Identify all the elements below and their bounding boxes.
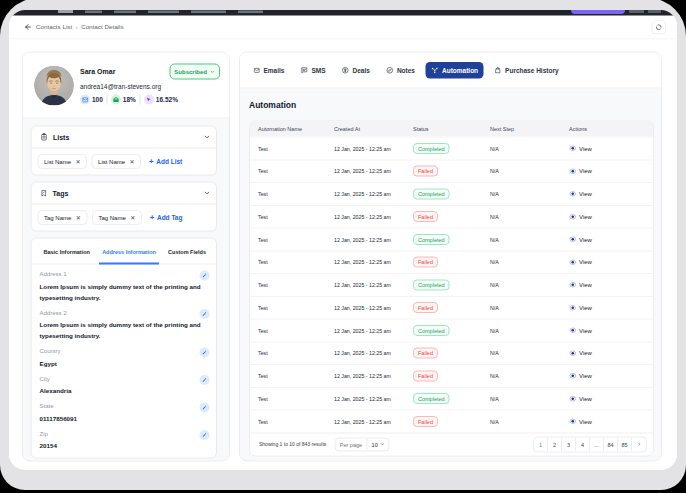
device-mockup: Contacts List › Contact Details <box>0 0 686 493</box>
cell-created-at: 12 Jan, 2025 - 12:25 am <box>334 373 413 379</box>
navbar-menu-item[interactable] <box>191 11 226 14</box>
info-field: State 01117856091 <box>32 397 217 425</box>
navbar-accent-button[interactable] <box>571 10 625 14</box>
tab-basic-information[interactable]: Basic Information <box>41 239 93 265</box>
cell-created-at: 12 Jan, 2025 - 12:25 am <box>334 350 413 356</box>
cell-created-at: 12 Jan, 2025 - 12:25 am <box>334 418 413 424</box>
lists-chip[interactable]: List Name✕ <box>38 154 88 169</box>
edit-field-button[interactable] <box>200 348 210 358</box>
chevron-down-icon <box>210 69 216 75</box>
navbar-menu-item[interactable] <box>85 11 102 14</box>
pencil-icon <box>202 405 207 410</box>
edit-field-button[interactable] <box>200 403 210 413</box>
remove-chip-icon[interactable]: ✕ <box>130 159 135 165</box>
chevron-down-icon[interactable] <box>204 190 211 197</box>
tab-notes[interactable]: Notes <box>380 62 420 79</box>
navbar-menu-item[interactable] <box>148 11 179 14</box>
cell-next-step: N/A <box>490 214 569 220</box>
edit-field-button[interactable] <box>200 375 210 385</box>
stat-divider <box>139 95 140 105</box>
tab-purchase-history[interactable]: Purchase History <box>489 62 564 79</box>
navbar-user[interactable] <box>629 10 661 13</box>
view-button[interactable]: View <box>569 190 653 198</box>
page-button-85[interactable]: 85 <box>618 437 632 451</box>
tab-sms[interactable]: SMS <box>295 62 331 79</box>
add-tag-button[interactable]: +Add Tag <box>150 213 183 222</box>
refresh-icon <box>655 23 663 31</box>
lists-header[interactable]: Lists <box>32 127 217 149</box>
view-button[interactable]: View <box>569 145 653 153</box>
page-button-4[interactable]: 4 <box>576 437 590 451</box>
view-button[interactable]: View <box>569 258 653 266</box>
back-button[interactable] <box>24 23 32 31</box>
view-label: View <box>579 304 592 311</box>
breadcrumb-contact-details: Contact Details <box>81 24 123 31</box>
view-button[interactable]: View <box>569 349 653 357</box>
page-button-84[interactable]: 84 <box>604 437 618 451</box>
navbar-menu-item[interactable] <box>238 11 263 14</box>
profile-card: Sara Omar andrea14@tran-stevens.org 1001… <box>23 53 229 119</box>
view-button[interactable]: View <box>569 213 653 221</box>
edit-field-button[interactable] <box>200 271 210 281</box>
subscription-status-button[interactable]: Subscribed <box>169 64 220 80</box>
page-button-2[interactable]: 2 <box>548 437 562 451</box>
cell-automation-name: Test <box>258 305 334 311</box>
information-fields: Address 1 Lorem Ipsum is simply dummy te… <box>32 265 217 456</box>
tab-custom-fields[interactable]: Custom Fields <box>165 239 209 265</box>
notes-icon <box>386 66 394 74</box>
tags-chip[interactable]: Tag Name✕ <box>38 210 88 225</box>
view-button[interactable]: View <box>569 327 653 335</box>
avatar-photo <box>34 66 74 106</box>
chevron-down-icon[interactable] <box>204 134 211 141</box>
view-button[interactable]: View <box>569 304 653 312</box>
cell-next-step: N/A <box>490 373 569 379</box>
edit-field-button[interactable] <box>200 309 210 319</box>
tags-chip[interactable]: Tag Name✕ <box>92 210 142 225</box>
table-footer: Showing 1 to 10 of 843 results Per page … <box>250 432 653 455</box>
tab-deals[interactable]: Deals <box>336 62 375 79</box>
breadcrumb-contacts-list[interactable]: Contacts List <box>36 24 72 31</box>
eye-icon <box>569 190 577 198</box>
eye-icon <box>569 145 577 153</box>
field-label: State <box>40 403 204 410</box>
cell-next-step: N/A <box>490 282 569 288</box>
information-card: Basic InformationAddress InformationCust… <box>31 238 218 459</box>
subscription-status-label: Subscribed <box>174 68 207 75</box>
remove-chip-icon[interactable]: ✕ <box>76 159 81 165</box>
refresh-button[interactable] <box>652 20 667 35</box>
column-header: Automation Name <box>258 126 334 132</box>
navbar-menu-item[interactable] <box>114 11 136 14</box>
pencil-icon <box>202 433 207 438</box>
cell-actions: View <box>569 327 653 335</box>
view-button[interactable]: View <box>569 395 653 403</box>
eye-icon <box>569 395 577 403</box>
cell-status: Failed <box>413 416 490 427</box>
tab-emails[interactable]: Emails <box>248 62 290 79</box>
edit-field-button[interactable] <box>200 430 210 440</box>
cell-automation-name: Test <box>258 191 334 197</box>
remove-chip-icon[interactable]: ✕ <box>76 215 81 221</box>
app-screen: Contacts List › Contact Details <box>9 10 677 470</box>
per-page-select[interactable]: Per page 10 <box>334 437 389 451</box>
next-page-button[interactable] <box>632 437 646 451</box>
right-column: EmailsSMSDealsNotesAutomationPurchase Hi… <box>239 52 662 462</box>
remove-chip-icon[interactable]: ✕ <box>130 215 135 221</box>
page-button-1[interactable]: 1 <box>534 437 548 451</box>
eye-icon <box>569 327 577 335</box>
panel-tabs: EmailsSMSDealsNotesAutomationPurchase Hi… <box>240 53 661 89</box>
view-button[interactable]: View <box>569 236 653 244</box>
view-button[interactable]: View <box>569 281 653 289</box>
view-button[interactable]: View <box>569 418 653 426</box>
tab-address-information[interactable]: Address Information <box>99 239 159 265</box>
tab-automation[interactable]: Automation <box>425 62 483 79</box>
cell-created-at: 12 Jan, 2025 - 12:25 am <box>334 168 413 174</box>
field-label: Zip <box>40 430 204 437</box>
tab-label: Automation <box>442 66 478 74</box>
page-button-3[interactable]: 3 <box>562 437 576 451</box>
tags-header[interactable]: Tags <box>32 183 217 205</box>
field-label: Country <box>40 348 204 355</box>
view-button[interactable]: View <box>569 167 653 175</box>
lists-chip[interactable]: List Name✕ <box>92 154 142 169</box>
view-button[interactable]: View <box>569 372 653 380</box>
add-list-button[interactable]: +Add List <box>149 157 182 166</box>
